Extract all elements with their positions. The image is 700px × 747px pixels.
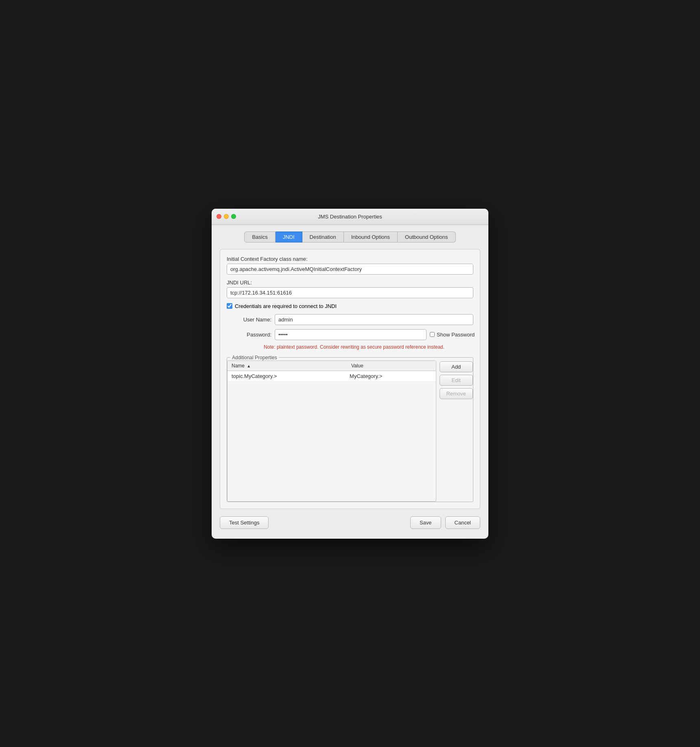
footer: Test Settings Save Cancel	[220, 516, 480, 531]
tab-jndi[interactable]: JNDI	[276, 232, 302, 242]
props-table: Name ▲ Value	[228, 361, 436, 371]
password-label: Password:	[235, 332, 271, 338]
col-value-header: Value	[347, 361, 436, 371]
save-button[interactable]: Save	[410, 516, 441, 529]
credentials-checkbox[interactable]	[227, 303, 232, 309]
props-container: Name ▲ Value topic.MyCategory.>MyCate	[227, 360, 473, 502]
tab-destination[interactable]: Destination	[302, 232, 344, 242]
context-factory-row: Initial Context Factory class name:	[227, 256, 473, 275]
main-content: Basics JNDI Destination Inbound Options …	[212, 225, 488, 539]
additional-properties-fieldset: Additional Properties Name ▲ Value	[227, 355, 473, 502]
footer-right: Save Cancel	[410, 516, 480, 529]
jndi-url-input[interactable]	[227, 287, 473, 298]
sort-icon: ▲	[247, 364, 251, 368]
password-warning: Note: plaintext password. Consider rewri…	[235, 344, 473, 350]
username-row: User Name:	[235, 314, 473, 325]
table-row[interactable]: topic.MyCategory.>MyCategory.>	[228, 371, 436, 382]
form-section: Initial Context Factory class name: JNDI…	[220, 249, 480, 509]
test-settings-button[interactable]: Test Settings	[220, 516, 269, 529]
credentials-label: Credentials are required to connect to J…	[235, 303, 337, 309]
tab-inbound[interactable]: Inbound Options	[344, 232, 398, 242]
additional-properties-legend: Additional Properties	[230, 355, 279, 360]
username-label: User Name:	[235, 317, 271, 323]
context-factory-label: Initial Context Factory class name:	[227, 256, 473, 262]
props-table-body[interactable]: topic.MyCategory.>MyCategory.>	[228, 371, 436, 501]
tab-outbound[interactable]: Outbound Options	[398, 232, 456, 242]
props-table-wrapper: Name ▲ Value topic.MyCategory.>MyCate	[227, 360, 436, 502]
remove-button[interactable]: Remove	[440, 388, 473, 399]
show-password-checkbox[interactable]	[430, 332, 435, 337]
table-cell-name: topic.MyCategory.>	[228, 371, 346, 382]
props-table-header: Name ▲ Value	[228, 361, 436, 371]
main-window: JMS Destination Properties Basics JNDI D…	[212, 209, 488, 539]
add-button[interactable]: Add	[440, 361, 473, 372]
props-tbody: topic.MyCategory.>MyCategory.>	[228, 371, 436, 382]
password-row: Password: Show Password	[235, 329, 473, 340]
username-input[interactable]	[275, 314, 473, 325]
props-table-data: topic.MyCategory.>MyCategory.>	[228, 371, 436, 382]
minimize-button[interactable]	[224, 214, 229, 219]
credentials-row: Credentials are required to connect to J…	[227, 303, 473, 309]
password-input[interactable]	[275, 329, 427, 340]
jndi-url-label: JNDI URL:	[227, 280, 473, 286]
context-factory-input[interactable]	[227, 264, 473, 275]
table-cell-value: MyCategory.>	[346, 371, 436, 382]
credential-section: User Name: Password: Show Password Note:…	[235, 314, 473, 350]
tab-basics[interactable]: Basics	[244, 232, 275, 242]
jndi-url-row: JNDI URL:	[227, 280, 473, 298]
traffic-lights	[217, 214, 236, 219]
show-password-label: Show Password	[437, 332, 473, 338]
show-password-area: Show Password	[430, 332, 473, 338]
tab-bar: Basics JNDI Destination Inbound Options …	[220, 232, 480, 242]
props-buttons: Add Edit Remove	[440, 360, 473, 399]
window-title: JMS Destination Properties	[318, 214, 382, 220]
maximize-button[interactable]	[231, 214, 236, 219]
cancel-button[interactable]: Cancel	[445, 516, 480, 529]
titlebar: JMS Destination Properties	[212, 209, 488, 225]
close-button[interactable]	[217, 214, 221, 219]
edit-button[interactable]: Edit	[440, 375, 473, 386]
col-name-header: Name ▲	[228, 361, 347, 371]
